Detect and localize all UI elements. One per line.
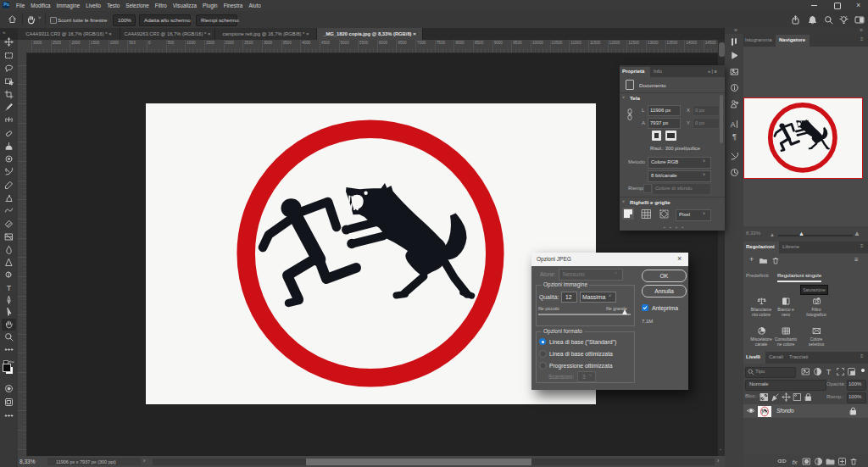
svg-text:T: T xyxy=(7,284,12,292)
svg-text:T: T xyxy=(826,368,832,376)
svg-text:fx: fx xyxy=(792,458,798,465)
svg-text:¶: ¶ xyxy=(732,132,737,141)
svg-text:A: A xyxy=(730,120,735,128)
